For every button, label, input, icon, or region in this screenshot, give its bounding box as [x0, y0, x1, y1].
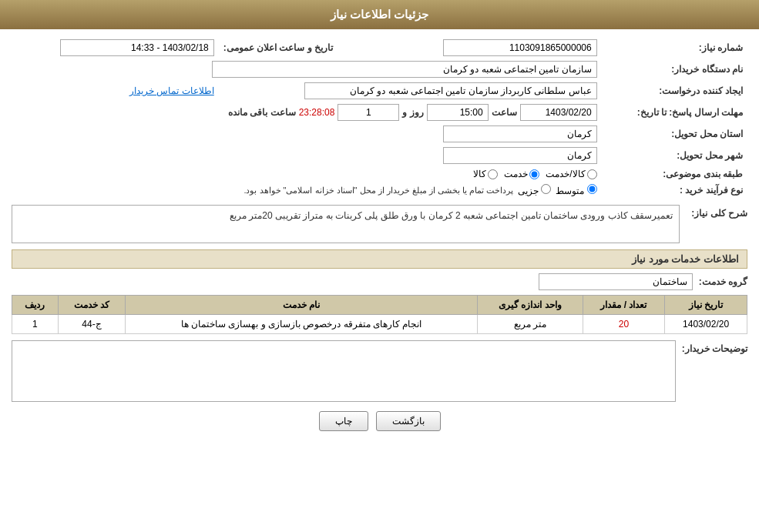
need-desc-section: شرح کلی نیاز: تعمیرسقف کاذب ورودی ساختما… — [12, 205, 747, 243]
need-desc-text: تعمیرسقف کاذب ورودی ساختمان تامین اجتماع… — [230, 210, 673, 221]
creator-row: ایجاد کننده درخواست: اطلاعات تماس خریدار — [12, 80, 747, 102]
process-type-row: نوع فرآیند خرید : متوسط جزیی پرداخت تمام… — [12, 182, 747, 199]
city-row: شهر محل تحویل: — [12, 145, 747, 166]
category-row: طبقه بندی موضوعی: کالا/خدمت خدمت — [12, 166, 747, 182]
deadline-label: مهلت ارسال پاسخ: تا تاریخ: — [602, 102, 747, 123]
process-label-motavasset: متوسط — [556, 186, 584, 196]
services-table: تاریخ نیاز تعداد / مقدار واحد اندازه گیر… — [12, 295, 747, 334]
creator-label: ایجاد کننده درخواست: — [602, 80, 747, 102]
creator-input[interactable] — [304, 82, 597, 99]
back-button[interactable]: بازگشت — [376, 411, 441, 431]
buyer-org-value — [12, 59, 602, 80]
contact-link[interactable]: اطلاعات تماس خریدار — [129, 85, 214, 96]
cell-unit: متر مربع — [477, 315, 583, 334]
province-label: استان محل تحویل: — [602, 123, 747, 145]
need-number-input[interactable] — [443, 39, 597, 56]
response-days-input[interactable] — [338, 104, 399, 121]
col-quantity: تعداد / مقدار — [583, 296, 665, 315]
col-date: تاریخ نیاز — [665, 296, 747, 315]
city-input[interactable] — [443, 147, 597, 164]
col-service-code: کد خدمت — [58, 296, 126, 315]
cell-date: 1403/02/20 — [665, 315, 747, 334]
cell-row-num: 1 — [12, 315, 59, 334]
remaining-label2: ساعت باقی مانده — [228, 107, 296, 118]
process-type-inner: متوسط جزیی پرداخت تمام یا بخشی از مبلغ خ… — [16, 184, 597, 196]
buyer-note-label: توضیحات خریدار: — [682, 340, 747, 354]
province-row: استان محل تحویل: — [12, 123, 747, 145]
time-remaining-value: 23:28:08 — [299, 107, 335, 118]
buyer-note-section: توضیحات خریدار: — [12, 340, 747, 402]
col-row-num: ردیف — [12, 296, 59, 315]
creator-value — [219, 80, 602, 102]
page-wrapper: جزئیات اطلاعات نیاز شماره نیاز: تاریخ و … — [0, 0, 759, 532]
days-label: روز و — [402, 107, 423, 118]
need-desc-box: تعمیرسقف کاذب ورودی ساختمان تامین اجتماع… — [12, 205, 680, 243]
page-title: جزئیات اطلاعات نیاز — [331, 8, 428, 21]
content-area: شماره نیاز: تاریخ و ساعت اعلان عمومی: نا… — [0, 29, 759, 448]
buyer-org-row: نام دستگاه خریدار: — [12, 59, 747, 80]
radio-khadamat[interactable] — [529, 169, 539, 179]
announce-date-input[interactable] — [60, 39, 214, 56]
category-option-kala-khadamat[interactable]: کالا/خدمت — [546, 169, 596, 179]
col-service-name: نام خدمت — [126, 296, 478, 315]
radio-kala[interactable] — [488, 169, 498, 179]
buyer-note-box[interactable] — [12, 340, 676, 402]
category-label-kala-khadamat: کالا/خدمت — [546, 169, 585, 179]
category-label-kala: کالا — [473, 169, 486, 179]
service-group-row: گروه خدمت: — [12, 273, 747, 290]
services-table-header: تاریخ نیاز تعداد / مقدار واحد اندازه گیر… — [12, 296, 747, 315]
deadline-row-inner: ساعت روز و 23:28:08 ساعت باقی مانده — [16, 104, 597, 121]
announce-date-value — [12, 37, 219, 59]
response-time-input[interactable] — [427, 104, 489, 121]
city-label: شهر محل تحویل: — [602, 145, 747, 166]
radio-kala-khadamat[interactable] — [587, 169, 597, 179]
response-date-input[interactable] — [520, 104, 597, 121]
process-type-label: نوع فرآیند خرید : — [602, 182, 747, 199]
cell-service-name: انجام کارهای متفرقه درخصوص بازسازی و بهس… — [126, 315, 478, 334]
province-input[interactable] — [443, 125, 597, 142]
service-group-label: گروه خدمت: — [699, 276, 747, 287]
buyer-org-label: نام دستگاه خریدار: — [602, 59, 747, 80]
time-label: ساعت — [492, 107, 517, 118]
category-label: طبقه بندی موضوعی: — [602, 166, 747, 182]
radio-jozii[interactable] — [541, 184, 551, 194]
need-number-row: شماره نیاز: تاریخ و ساعت اعلان عمومی: — [12, 37, 747, 59]
deadline-row: مهلت ارسال پاسخ: تا تاریخ: ساعت روز و 23… — [12, 102, 747, 123]
category-radio-group: کالا/خدمت خدمت کالا — [16, 169, 597, 179]
service-group-input[interactable] — [539, 273, 693, 290]
cell-service-code: ج-44 — [58, 315, 126, 334]
process-label-jozii: جزیی — [518, 186, 539, 196]
services-section-header: اطلاعات خدمات مورد نیاز — [12, 249, 747, 269]
table-row: 1403/02/20 20 متر مربع انجام کارهای متفر… — [12, 315, 747, 334]
info-table: شماره نیاز: تاریخ و ساعت اعلان عمومی: نا… — [12, 37, 747, 199]
buttons-row: بازگشت چاپ — [12, 411, 747, 431]
page-header: جزئیات اطلاعات نیاز — [0, 0, 759, 29]
col-unit: واحد اندازه گیری — [477, 296, 583, 315]
need-number-label: شماره نیاز: — [602, 37, 747, 59]
need-desc-label: شرح کلی نیاز: — [686, 205, 747, 219]
category-option-kala[interactable]: کالا — [473, 169, 498, 179]
buyer-org-input[interactable] — [212, 61, 597, 78]
print-button[interactable]: چاپ — [319, 411, 368, 431]
radio-motavasset[interactable] — [587, 184, 597, 194]
announce-date-label: تاریخ و ساعت اعلان عمومی: — [219, 37, 394, 59]
cell-quantity: 20 — [583, 315, 665, 334]
category-label-khadamat: خدمت — [504, 169, 528, 179]
process-option-jozii[interactable]: جزیی — [518, 184, 551, 196]
category-option-khadamat[interactable]: خدمت — [504, 169, 539, 179]
need-number-value — [394, 37, 602, 59]
process-option-motavasset[interactable]: متوسط — [556, 184, 596, 196]
process-note: پرداخت تمام یا بخشی از مبلغ خریدار از مح… — [243, 186, 513, 196]
